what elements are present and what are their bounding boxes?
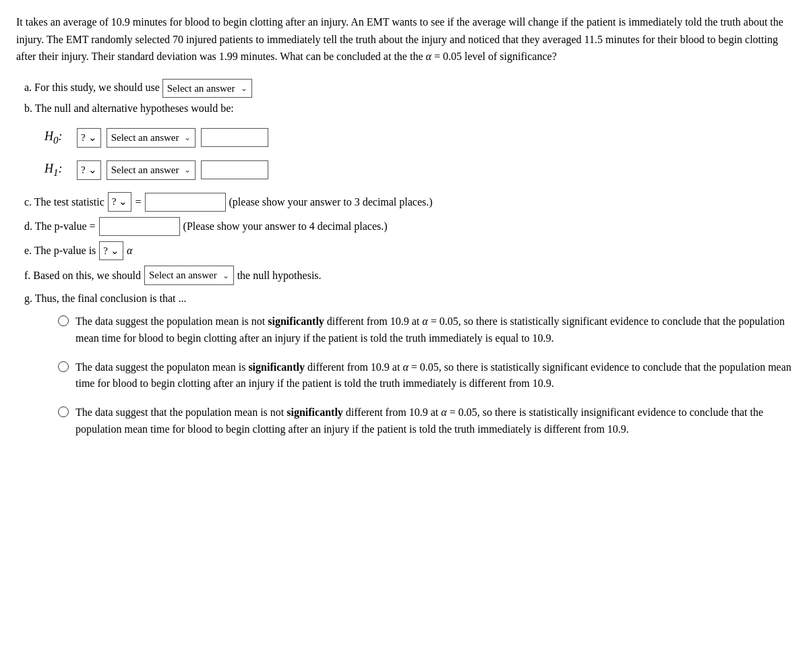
radio-button-1[interactable] (58, 315, 69, 326)
chevron-down-icon: ⌄ (241, 82, 247, 94)
part-f: f. Based on this, we should Select an an… (24, 266, 793, 285)
part-c-question-text: ? (112, 194, 117, 210)
part-c-question-select[interactable]: ? ⌄ (108, 192, 132, 212)
chevron-down-icon: ⌄ (222, 270, 229, 282)
part-d: d. The p-value = (Please show your answe… (24, 217, 793, 236)
radio-text-2: The data suggest the populaton mean is s… (76, 359, 793, 393)
h0-row: H0: ? ⌄ Select an answer ⌄ (44, 127, 793, 148)
part-d-label: d. The p-value = (24, 218, 96, 235)
part-d-value-input[interactable] (99, 217, 180, 236)
h0-value-input[interactable] (201, 128, 268, 147)
h0-label: H0: (44, 127, 71, 148)
part-d-note: (Please show your answer to 4 decimal pl… (183, 218, 388, 235)
radio-option-2: The data suggest the populaton mean is s… (58, 359, 793, 393)
part-b-label: b. The null and alternative hypotheses w… (24, 102, 234, 114)
part-c: c. The test statistic ? ⌄ = (please show… (24, 192, 793, 212)
alpha-3: α (441, 406, 446, 418)
h1-label: H1: (44, 160, 71, 180)
intro-text: It takes an average of 10.9 minutes for … (16, 13, 793, 65)
h1-answer-text: Select an answer (111, 162, 179, 178)
h0-answer-text: Select an answer (111, 130, 179, 146)
radio-text-1: The data suggest the population mean is … (76, 313, 793, 347)
h1-answer-select[interactable]: Select an answer ⌄ (107, 160, 196, 180)
chevron-down-icon: ⌄ (88, 130, 97, 146)
h0-question-text: ? (81, 130, 86, 146)
part-c-value-input[interactable] (145, 193, 226, 212)
part-f-label-pre: f. Based on this, we should (24, 268, 141, 284)
radio-text-3: The data suggest that the population mea… (76, 404, 793, 438)
part-e-question-text: ? (103, 243, 108, 259)
chevron-down-icon: ⌄ (111, 243, 119, 259)
part-c-label: c. The test statistic (24, 194, 104, 210)
hypothesis-block: H0: ? ⌄ Select an answer ⌄ H1: ? ⌄ Selec… (44, 127, 793, 180)
part-g-label: g. Thus, the final conclusion is that ..… (24, 293, 187, 304)
chevron-down-icon: ⌄ (184, 131, 191, 144)
h0-question-select[interactable]: ? ⌄ (77, 128, 101, 148)
alpha-1: α (422, 315, 427, 327)
part-a: a. For this study, we should use Select … (24, 79, 793, 98)
chevron-down-icon: ⌄ (184, 164, 191, 176)
radio-option-3: The data suggest that the population mea… (58, 404, 793, 438)
part-e: e. The p-value is ? ⌄ α (24, 241, 793, 261)
bold-significantly-1: significantly (268, 315, 324, 327)
part-a-label: a. For this study, we should use (24, 82, 162, 93)
part-c-equals: = (135, 194, 141, 210)
part-e-label: e. The p-value is (24, 243, 96, 259)
bold-significantly-2: significantly (248, 361, 305, 373)
alpha-2: α (402, 361, 408, 373)
chevron-down-icon: ⌄ (88, 162, 97, 178)
part-f-select-text: Select an answer (149, 268, 217, 283)
h1-row: H1: ? ⌄ Select an answer ⌄ (44, 160, 793, 180)
part-g: g. Thus, the final conclusion is that ..… (24, 291, 793, 307)
h1-question-text: ? (81, 162, 86, 178)
part-f-label-post: the null hypothesis. (237, 268, 322, 284)
part-e-question-select[interactable]: ? ⌄ (99, 241, 123, 261)
part-a-select-text: Select an answer (167, 81, 235, 96)
h1-value-input[interactable] (201, 160, 268, 179)
part-c-note: (please show your answer to 3 decimal pl… (229, 194, 433, 210)
h1-question-select[interactable]: ? ⌄ (77, 160, 101, 180)
radio-options: The data suggest the population mean is … (58, 313, 793, 438)
radio-option-1: The data suggest the population mean is … (58, 313, 793, 347)
part-a-select[interactable]: Select an answer ⌄ (162, 79, 252, 98)
radio-button-2[interactable] (58, 361, 69, 372)
part-f-select[interactable]: Select an answer ⌄ (144, 266, 234, 285)
radio-button-3[interactable] (58, 406, 69, 417)
h0-answer-select[interactable]: Select an answer ⌄ (107, 128, 196, 148)
chevron-down-icon: ⌄ (119, 194, 127, 210)
part-e-alpha: α (127, 243, 132, 259)
part-b: b. The null and alternative hypotheses w… (24, 100, 793, 117)
bold-significantly-3: significantly (287, 406, 343, 418)
